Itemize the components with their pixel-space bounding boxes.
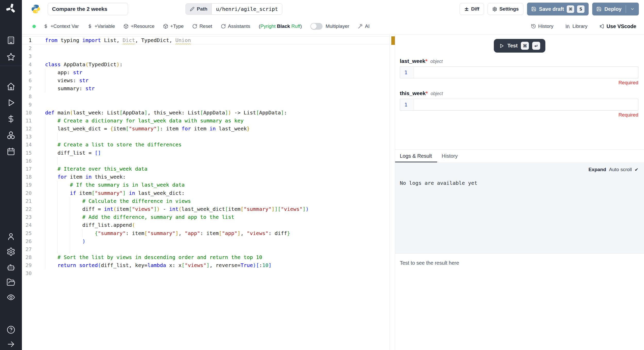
check-icon: ✔: [635, 167, 638, 172]
line-number: 20: [22, 189, 35, 197]
user-icon[interactable]: [6, 232, 15, 241]
line-number: 21: [22, 197, 35, 205]
code-line[interactable]: 1from typing import List, Dict, TypedDic…: [22, 36, 389, 44]
path-edit-button[interactable]: Path: [186, 4, 212, 14]
assistants-button[interactable]: Assistants: [221, 23, 250, 29]
code-line[interactable]: 19# If the summary is in last_week data: [22, 181, 389, 189]
arguments-form: last_week*object 1 Required this_week*ob…: [395, 58, 644, 118]
code-line[interactable]: 29return sorted(diff_list, key=lambda x:…: [22, 261, 389, 269]
status-green-dot: [32, 25, 36, 28]
script-title-input[interactable]: Compare the 2 weeks: [48, 3, 128, 15]
code-line[interactable]: 26): [22, 237, 389, 245]
code-line[interactable]: 6views: str: [22, 77, 389, 85]
library-button[interactable]: Library: [565, 23, 587, 29]
autoscroll-toggle[interactable]: Auto scroll: [609, 167, 632, 172]
code-line[interactable]: 28# Sort the list by views in descending…: [22, 253, 389, 261]
pyright-status: Pyright: [260, 23, 276, 29]
kbd-enter: ↵: [532, 42, 540, 50]
expand-button[interactable]: Expand: [588, 167, 606, 172]
windmill-logo-icon[interactable]: [5, 3, 17, 14]
arg-label-last-week: last_week*object: [400, 58, 638, 64]
code-line[interactable]: 4class AppData(TypedDict):: [22, 61, 389, 69]
editor-overview-ruler[interactable]: [389, 35, 395, 350]
reset-button[interactable]: Reset: [192, 23, 212, 29]
settings-gear-icon[interactable]: [6, 247, 15, 256]
result-panel: Test to see the result here: [395, 253, 644, 350]
code-line[interactable]: 20if item["summary"] in last_week_dict:: [22, 189, 389, 197]
tab-history[interactable]: History: [437, 150, 463, 162]
favorites-star-icon[interactable]: [6, 52, 15, 61]
tab-logs-result[interactable]: Logs & Result: [395, 150, 437, 162]
workspace-building-icon[interactable]: [6, 36, 15, 45]
required-star: *: [426, 90, 428, 96]
code-line[interactable]: 16: [22, 157, 389, 165]
code-line[interactable]: 23# Add the difference, summary and app …: [22, 213, 389, 221]
code-editor-lines: 1from typing import List, Dict, TypedDic…: [22, 36, 389, 278]
this-week-json-input[interactable]: 1: [400, 99, 638, 111]
line-number: 15: [22, 149, 35, 157]
path-group[interactable]: Path u/henri/agile_script: [185, 3, 282, 15]
library-icon: [565, 24, 570, 29]
line-number: 17: [22, 165, 35, 173]
last-week-json-input[interactable]: 1: [400, 66, 638, 78]
add-resource-button[interactable]: +Resource: [123, 23, 154, 29]
settings-button[interactable]: Settings: [488, 3, 523, 15]
collapse-arrow-right-icon[interactable]: [6, 340, 15, 349]
code-line[interactable]: 11# Create a dictionary for last_week da…: [22, 117, 389, 125]
runs-play-icon[interactable]: [6, 98, 15, 107]
test-button[interactable]: Test ⌘ ↵: [494, 39, 546, 53]
workers-bot-icon[interactable]: [6, 263, 15, 272]
code-line[interactable]: 10def main(last_week: List[AppData], thi…: [22, 109, 389, 117]
code-line[interactable]: 7summary: str: [22, 85, 389, 93]
line-number: 22: [22, 205, 35, 213]
code-line[interactable]: 2: [22, 44, 389, 52]
code-line[interactable]: 9: [22, 101, 389, 109]
variables-dollar-icon[interactable]: [6, 114, 15, 123]
audit-eye-icon[interactable]: [6, 293, 15, 302]
input-line-number: 1: [400, 67, 414, 78]
history-clock-icon: [531, 24, 536, 29]
code-line[interactable]: 17# Iterate over this_week data: [22, 165, 389, 173]
add-context-var-button[interactable]: +Context Var: [43, 23, 79, 29]
code-line[interactable]: 14# Create a list to store the differenc…: [22, 141, 389, 149]
code-line[interactable]: 30: [22, 269, 389, 277]
history-button[interactable]: History: [531, 23, 553, 29]
home-icon[interactable]: [6, 82, 15, 91]
use-vscode-button[interactable]: Use VScode: [599, 23, 636, 29]
folders-icon[interactable]: [6, 278, 15, 287]
line-number: 4: [22, 61, 35, 69]
code-editor[interactable]: 1from typing import List, Dict, TypedDic…: [22, 35, 389, 350]
deploy-button[interactable]: Deploy: [592, 3, 639, 15]
code-line[interactable]: 5app: str: [22, 69, 389, 77]
code-line[interactable]: 8: [22, 93, 389, 101]
resources-boxes-icon[interactable]: [6, 131, 15, 140]
path-value[interactable]: u/henri/agile_script: [212, 4, 282, 14]
code-line[interactable]: 22diff = int(item["views"]) - int(last_w…: [22, 205, 389, 213]
line-number: 26: [22, 237, 35, 245]
save-draft-button[interactable]: Save draft ⌘ S: [527, 3, 589, 15]
multiplayer-toggle[interactable]: [310, 23, 323, 30]
code-line[interactable]: 24diff_list.append(: [22, 221, 389, 229]
script-title: Compare the 2 weeks: [52, 6, 107, 12]
add-variable-button[interactable]: +Variable: [87, 23, 115, 29]
vscode-icon: [599, 24, 604, 29]
line-number: 6: [22, 77, 35, 85]
add-type-button[interactable]: +Type: [163, 23, 184, 29]
sidebar: [0, 0, 22, 350]
code-line[interactable]: 15diff_list = []: [22, 149, 389, 157]
code-line[interactable]: 13: [22, 133, 389, 141]
code-line[interactable]: 27: [22, 245, 389, 253]
code-line[interactable]: 18for item in this_week:: [22, 173, 389, 181]
line-number: 19: [22, 181, 35, 189]
code-line[interactable]: 3: [22, 52, 389, 60]
no-logs-message: No logs are available yet: [400, 180, 644, 186]
ai-button[interactable]: AI: [358, 23, 370, 29]
gear-icon: [492, 7, 497, 12]
code-line[interactable]: 21# Calculate the difference in views: [22, 197, 389, 205]
help-icon[interactable]: [6, 325, 15, 334]
diff-button[interactable]: ± Diff: [460, 3, 484, 15]
line-number: 25: [22, 229, 35, 237]
code-line[interactable]: 25{"summary": item["summary"], "app": it…: [22, 229, 389, 237]
code-line[interactable]: 12last_week_dict = {item["summary"]: ite…: [22, 125, 389, 133]
schedules-calendar-icon[interactable]: [6, 147, 15, 156]
